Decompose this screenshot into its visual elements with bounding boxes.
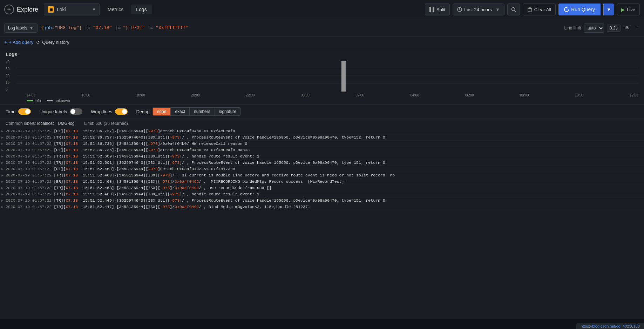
tab-logs[interactable]: Logs bbox=[131, 5, 151, 14]
log-entry[interactable]: ▶ 2020-07-19 01:57:22 [TR][07.18 15:51:5… bbox=[0, 185, 644, 191]
clock-icon bbox=[457, 7, 462, 12]
svg-rect-1 bbox=[433, 7, 434, 12]
datasource-chevron-icon: ▼ bbox=[92, 7, 96, 12]
wrap-lines-control: Wrap lines bbox=[91, 108, 128, 115]
trash-icon bbox=[527, 7, 532, 12]
log-line: [TR][07.18 15:51:52.468]-[3458136944][IS… bbox=[54, 186, 271, 190]
status-bar: https://blog.csdn.net/qq_40236138 bbox=[576, 323, 644, 329]
common-labels-row: Common labels: localhost UMG-log Limit: … bbox=[0, 119, 644, 128]
line-limit-section: Line limit auto 0.2s 👁 − bbox=[564, 24, 640, 33]
chart-area: 14:00 16:00 18:00 20:00 22:00 00:00 02:0… bbox=[16, 60, 638, 103]
svg-line-6 bbox=[514, 11, 516, 12]
log-line: [TR][07.18 15:51:52.609]-[3458136944][IS… bbox=[54, 154, 259, 159]
search-button[interactable] bbox=[507, 4, 520, 15]
query-history-button[interactable]: ↺ Query history bbox=[36, 40, 69, 45]
log-timestamp: 2020-07-19 01:57:22 bbox=[6, 198, 52, 203]
log-line: [TR][07.18 15:51:52.449]-[3625974640][IS… bbox=[54, 198, 385, 203]
timerange-chevron-icon: ▼ bbox=[495, 7, 500, 12]
time-control: Time bbox=[6, 108, 31, 115]
timerange-button[interactable]: Last 24 hours ▼ bbox=[453, 4, 504, 15]
info-legend-label: info bbox=[35, 99, 41, 103]
dedup-segment: none exact numbers signature bbox=[152, 107, 241, 116]
log-entry[interactable]: ▶ 2020-07-19 01:57:22 [TR][07.18 15:51:5… bbox=[0, 191, 644, 197]
remove-query-button[interactable]: − bbox=[634, 24, 640, 32]
chart-svg bbox=[16, 60, 638, 92]
expand-icon: ▶ bbox=[1, 198, 4, 203]
log-entry[interactable]: ▶ 2020-07-19 01:57:22 [TR][07.18 15:51:5… bbox=[0, 160, 644, 166]
expand-icon: ▶ bbox=[1, 154, 4, 159]
time-label: Time bbox=[6, 109, 15, 114]
loki-icon: ▣ bbox=[48, 6, 54, 13]
log-entry[interactable]: ▶ 2020-07-19 01:57:22 [TR][07.18 15:52:3… bbox=[0, 141, 644, 147]
live-icon: ▶ bbox=[621, 7, 625, 12]
add-query-button[interactable]: + + Add query bbox=[4, 40, 33, 45]
unique-labels-toggle[interactable] bbox=[70, 108, 82, 115]
compass-icon: ✳ bbox=[4, 5, 14, 14]
explore-title: Explore bbox=[17, 6, 38, 13]
log-entry[interactable]: ▶ 2020-07-19 01:57:22 [TR][07.18 15:51:5… bbox=[0, 204, 644, 210]
log-entry[interactable]: ▶ 2020-07-19 01:57:22 [TR][07.18 15:52:3… bbox=[0, 134, 644, 141]
log-line: [TR][07.18 15:52:36.736]-[3458136944][-9… bbox=[54, 141, 247, 146]
tab-metrics[interactable]: Metrics bbox=[103, 5, 128, 14]
split-button[interactable]: Split bbox=[425, 4, 450, 15]
log-timestamp: 2020-07-19 01:57:22 bbox=[6, 129, 52, 133]
log-entry[interactable]: ▶ 2020-07-19 01:57:22 [TR][07.18 15:51:5… bbox=[0, 197, 644, 204]
query-expression: {job="UMG-log"} |= "07.18" |= "[-973]" !… bbox=[41, 25, 561, 31]
run-query-dropdown-button[interactable]: ▼ bbox=[603, 4, 614, 15]
wrap-lines-toggle-knob bbox=[122, 109, 127, 114]
svg-rect-15 bbox=[341, 61, 346, 92]
log-entry[interactable]: ▶ 2020-07-19 01:57:22 [ER][07.18 15:51:5… bbox=[0, 179, 644, 185]
dedup-label: Dedup bbox=[136, 109, 149, 114]
svg-rect-9 bbox=[529, 7, 530, 8]
dedup-control: Dedup none exact numbers signature bbox=[136, 107, 241, 116]
log-line: [TR][07.18 15:51:52.447]-[3458136944][IS… bbox=[54, 204, 310, 209]
expand-icon: ▶ bbox=[1, 179, 4, 184]
wrap-lines-toggle[interactable] bbox=[115, 108, 128, 115]
expand-icon: ▶ bbox=[1, 148, 4, 152]
logs-panel: Logs 40 30 20 10 0 14:00 16:00 bbox=[0, 48, 644, 319]
expand-icon: ▶ bbox=[1, 129, 4, 133]
clear-all-button[interactable]: Clear All bbox=[523, 4, 556, 15]
dedup-signature-button[interactable]: signature bbox=[215, 108, 240, 115]
log-timestamp: 2020-07-19 01:57:22 bbox=[6, 141, 52, 146]
svg-point-5 bbox=[511, 8, 515, 11]
split-icon bbox=[429, 7, 434, 12]
log-entry[interactable]: ▶ 2020-07-19 01:57:22 [DT][07.18 15:52:3… bbox=[0, 128, 644, 134]
log-entry[interactable]: ▶ 2020-07-19 01:57:22 [DT][07.18 15:52:3… bbox=[0, 147, 644, 153]
log-entry[interactable]: ▶ 2020-07-19 01:57:22 [DT][07.18 15:51:5… bbox=[0, 166, 644, 172]
log-labels-button[interactable]: Log labels ▼ bbox=[4, 24, 38, 33]
log-line: [TR][07.18 15:51:52.468]-[3458136944][IS… bbox=[54, 192, 259, 196]
log-line: [DT][07.18 15:52:36.737]-[3458136944][-9… bbox=[54, 129, 235, 133]
log-timestamp: 2020-07-19 01:57:22 bbox=[6, 148, 52, 152]
chart-y-labels: 40 30 20 10 0 bbox=[6, 60, 9, 92]
dedup-none-button[interactable]: none bbox=[153, 108, 171, 115]
expand-icon: ▶ bbox=[1, 186, 4, 190]
log-timestamp: 2020-07-19 01:57:22 bbox=[6, 186, 52, 190]
common-labels-limit: Limit: 500 (36 returned) bbox=[84, 121, 128, 126]
datasource-select[interactable]: ▣ Loki ▼ bbox=[44, 4, 100, 15]
status-url: https://blog.csdn.net/qq_40236138 bbox=[581, 324, 640, 328]
unknown-legend-dot bbox=[47, 100, 53, 101]
live-button[interactable]: ▶ Live bbox=[617, 4, 640, 15]
log-timestamp: 2020-07-19 01:57:22 bbox=[6, 192, 52, 196]
plus-icon: + bbox=[4, 40, 7, 45]
log-line: [TR][07.18 15:52:36.737]-[3625974640][IS… bbox=[54, 135, 385, 140]
dedup-exact-button[interactable]: exact bbox=[171, 108, 190, 115]
line-limit-select[interactable]: auto bbox=[584, 24, 604, 33]
log-timestamp: 2020-07-19 01:57:22 bbox=[6, 154, 52, 159]
common-labels-job: UMG-log bbox=[58, 121, 75, 126]
controls-row: Time Unique labels Wrap lines Dedup none… bbox=[0, 104, 644, 119]
search-icon bbox=[511, 7, 516, 12]
eye-button[interactable]: 👁 bbox=[623, 25, 631, 32]
time-toggle[interactable] bbox=[18, 108, 31, 115]
expand-icon: ▶ bbox=[1, 173, 4, 177]
topbar-right: Split Last 24 hours ▼ Clear All Run Quer… bbox=[425, 4, 640, 15]
log-labels-chevron-icon: ▼ bbox=[29, 26, 34, 31]
log-entry[interactable]: ▶ 2020-07-19 01:57:22 [TR][07.18 15:51:5… bbox=[0, 153, 644, 160]
dedup-numbers-button[interactable]: numbers bbox=[190, 108, 215, 115]
expand-icon: ▶ bbox=[1, 167, 4, 171]
expand-icon: ▶ bbox=[1, 135, 4, 140]
run-query-button[interactable]: Run Query bbox=[558, 4, 601, 15]
log-line: [ER][07.18 15:51:52.468]-[3458136944][IS… bbox=[54, 179, 346, 184]
log-entry[interactable]: ▶ 2020-07-19 01:57:22 [TR][07.18 15:51:5… bbox=[0, 172, 644, 179]
